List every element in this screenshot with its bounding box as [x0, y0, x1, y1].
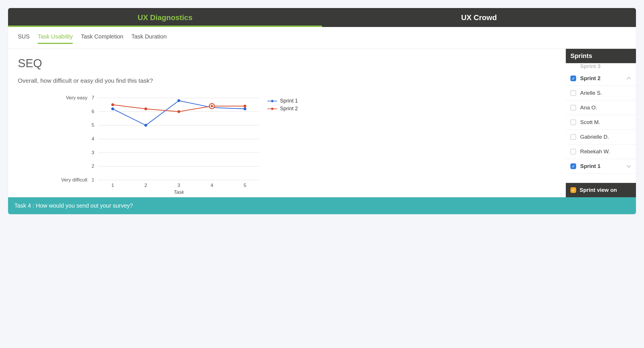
sprint-view-label: Sprint view on [580, 187, 617, 193]
sprint-label: Sprint 1 [580, 163, 601, 169]
participant-name: Scott M. [580, 119, 600, 125]
svg-text:7: 7 [92, 95, 94, 100]
svg-point-28 [144, 107, 147, 110]
legend-swatch-red [267, 109, 277, 109]
participant-row[interactable]: Ana O. [566, 100, 636, 115]
svg-point-26 [244, 107, 246, 110]
participant-row[interactable]: Gabrielle D. [566, 130, 636, 144]
svg-text:5: 5 [244, 183, 246, 188]
task-footer-bar[interactable]: Task 4 : How would you send out your sur… [8, 197, 636, 214]
seq-line-chart: 1234567Very easyVery difficult12345Task [18, 94, 265, 194]
participant-name: Ana O. [580, 105, 597, 111]
tab-ux-crowd[interactable]: UX Crowd [322, 8, 636, 27]
svg-text:5: 5 [92, 122, 94, 128]
checkbox-unchecked-icon[interactable] [570, 149, 576, 154]
svg-text:1: 1 [111, 183, 114, 188]
svg-text:2: 2 [144, 183, 147, 188]
svg-point-29 [177, 110, 180, 113]
checkbox-unchecked-icon[interactable] [570, 119, 576, 125]
sub-tabs: SUS Task Usability Task Completion Task … [8, 27, 636, 49]
chevron-up-icon[interactable] [626, 75, 631, 82]
participant-name: Arielle S. [580, 90, 602, 96]
subtab-sus[interactable]: SUS [18, 33, 30, 43]
svg-text:Task: Task [174, 190, 184, 194]
svg-text:4: 4 [92, 136, 94, 142]
sprint-row-sprint1[interactable]: ✓ Sprint 1 [566, 159, 636, 174]
page-title: SEQ [18, 57, 556, 70]
legend-swatch-blue [267, 101, 277, 101]
sprints-header: Sprints [566, 49, 636, 63]
svg-text:3: 3 [92, 150, 94, 155]
legend-item-sprint2[interactable]: Sprint 2 [267, 106, 298, 112]
chevron-down-icon[interactable] [626, 163, 631, 169]
svg-point-24 [177, 99, 180, 102]
chart-legend: Sprint 1 Sprint 2 [265, 94, 298, 113]
participant-name: Gabrielle D. [580, 134, 609, 140]
sprint-row-sprint2[interactable]: ✓ Sprint 2 [566, 71, 636, 86]
tab-ux-diagnostics[interactable]: UX Diagnostics [8, 8, 322, 27]
top-tabs: UX Diagnostics UX Crowd [8, 8, 636, 27]
svg-text:4: 4 [210, 183, 213, 188]
sprint-view-toggle[interactable]: ✓ Sprint view on [566, 183, 636, 197]
sprint-row-sprint3[interactable]: Sprint 3 [566, 63, 636, 71]
participant-row[interactable]: Scott M. [566, 115, 636, 130]
checkbox-unchecked-icon[interactable] [570, 105, 576, 111]
participant-row[interactable]: Rebekah W. [566, 144, 636, 159]
legend-item-sprint1[interactable]: Sprint 1 [267, 98, 298, 104]
svg-point-22 [111, 107, 114, 110]
svg-text:2: 2 [92, 163, 94, 169]
checkbox-unchecked-icon[interactable] [570, 90, 576, 96]
sprint-label: Sprint 2 [580, 75, 601, 82]
subtab-task-completion[interactable]: Task Completion [81, 33, 123, 43]
svg-text:1: 1 [92, 177, 94, 183]
svg-text:Very easy: Very easy [66, 95, 87, 100]
svg-text:Very difficult: Very difficult [61, 177, 88, 183]
legend-label: Sprint 2 [280, 106, 298, 112]
svg-text:6: 6 [92, 109, 94, 114]
checkbox-unchecked-icon[interactable] [570, 134, 576, 140]
subtab-task-duration[interactable]: Task Duration [131, 33, 166, 43]
legend-label: Sprint 1 [280, 98, 298, 104]
svg-point-33 [211, 105, 213, 107]
svg-point-27 [111, 103, 114, 106]
svg-point-31 [244, 105, 246, 108]
participant-name: Rebekah W. [580, 148, 610, 155]
svg-point-23 [144, 124, 147, 127]
subtab-task-usability[interactable]: Task Usability [38, 33, 73, 43]
sprint-label: Sprint 3 [580, 63, 601, 69]
checkbox-checked-icon[interactable]: ✓ [570, 163, 576, 169]
svg-text:3: 3 [177, 183, 180, 188]
checkbox-checked-icon[interactable]: ✓ [570, 76, 576, 81]
checkbox-checked-orange-icon[interactable]: ✓ [570, 187, 576, 193]
sprints-sidebar: Sprints Sprint 3 ✓ Sprint 2 [566, 49, 636, 197]
participant-row[interactable]: Arielle S. [566, 86, 636, 100]
question-text: Overall, how difficult or easy did you f… [18, 77, 556, 84]
